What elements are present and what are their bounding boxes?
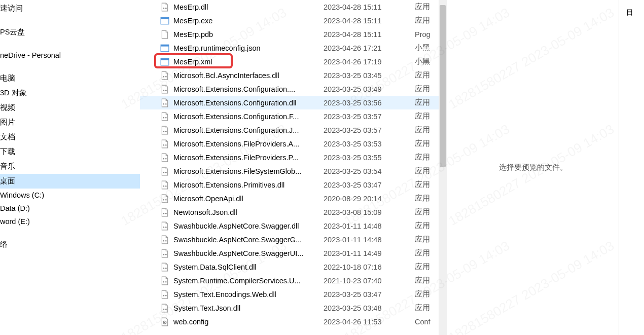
pdb-icon xyxy=(160,30,169,39)
svg-point-39 xyxy=(165,281,167,282)
sidebar-item-label: 3D 对象 xyxy=(0,89,27,97)
scrollbar[interactable] xyxy=(439,0,447,335)
file-date: 2023-04-26 11:53 xyxy=(324,318,415,326)
config-icon xyxy=(160,317,169,326)
file-date: 2023-01-11 14:48 xyxy=(324,236,415,244)
file-date: 2023-03-25 03:48 xyxy=(324,304,415,312)
file-date: 2023-04-28 15:11 xyxy=(324,3,415,11)
svg-rect-7 xyxy=(161,58,169,60)
sidebar-item-label: 电脑 xyxy=(0,74,15,82)
file-row[interactable]: Microsoft.Extensions.Configuration.J...2… xyxy=(140,123,447,137)
file-date: 2023-04-28 15:11 xyxy=(324,17,415,25)
watermark: 18281580227 2023-05-09 14:03 xyxy=(446,121,617,229)
scrollbar-thumb[interactable] xyxy=(440,5,446,167)
sidebar-item[interactable]: 速访问 xyxy=(0,1,140,16)
sidebar-item[interactable]: 视频 xyxy=(0,100,140,115)
file-row[interactable]: MesErp.xml2023-04-26 17:19小黑 xyxy=(140,55,447,68)
sidebar-item[interactable]: 络 xyxy=(0,237,140,252)
file-row[interactable]: Microsoft.OpenApi.dll2020-08-29 20:14应用 xyxy=(140,192,447,205)
dll-icon xyxy=(160,126,169,135)
file-date: 2023-04-26 17:19 xyxy=(324,58,415,66)
svg-point-13 xyxy=(165,103,167,104)
file-row[interactable]: Swashbuckle.AspNetCore.SwaggerUI...2023-… xyxy=(140,246,447,260)
sidebar-item[interactable]: 文档 xyxy=(0,130,140,144)
file-date: 2023-04-28 15:11 xyxy=(324,30,415,39)
sidebar-item[interactable]: word (E:) xyxy=(0,215,140,228)
svg-point-9 xyxy=(165,76,167,77)
file-name: MesErp.pdb xyxy=(173,30,324,39)
dll-icon xyxy=(160,276,169,285)
file-row[interactable]: System.Text.Encodings.Web.dll2023-03-25 … xyxy=(140,287,447,301)
file-list[interactable]: MesErp.dll2023-04-28 15:11应用MesErp.exe20… xyxy=(140,0,447,335)
sidebar-item[interactable]: 下载 xyxy=(0,144,140,159)
sidebar-item[interactable]: neDrive - Personal xyxy=(0,49,140,62)
file-row[interactable]: web.config2023-04-26 11:53Conf xyxy=(140,315,447,328)
dll-icon xyxy=(160,235,169,244)
file-row[interactable]: MesErp.dll2023-04-28 15:11应用 xyxy=(140,0,447,14)
file-row[interactable]: Microsoft.Extensions.Configuration.dll20… xyxy=(140,96,447,109)
svg-point-45 xyxy=(164,322,165,323)
file-date: 2023-03-25 03:47 xyxy=(324,290,415,299)
file-row[interactable]: System.Text.Json.dll2023-03-25 03:48应用 xyxy=(140,301,447,315)
file-date: 2020-08-29 20:14 xyxy=(324,195,415,203)
file-name: Swashbuckle.AspNetCore.SwaggerUI... xyxy=(173,249,324,257)
file-row[interactable]: Microsoft.Extensions.FileProviders.P...2… xyxy=(140,151,447,164)
file-name: Microsoft.Extensions.FileProviders.A... xyxy=(173,140,324,148)
file-row[interactable]: Microsoft.Extensions.Primitives.dll2023-… xyxy=(140,178,447,192)
file-name: Swashbuckle.AspNetCore.Swagger.dll xyxy=(173,222,324,230)
svg-point-27 xyxy=(165,199,167,200)
file-row[interactable]: Microsoft.Extensions.Configuration.F...2… xyxy=(140,109,447,123)
sidebar-item[interactable]: 3D 对象 xyxy=(0,86,140,100)
right-strip-line2: 目 xyxy=(626,8,644,17)
file-name: MesErp.dll xyxy=(173,3,324,11)
svg-point-33 xyxy=(165,240,167,241)
file-row[interactable]: Newtonsoft.Json.dll2023-03-08 15:09应用 xyxy=(140,205,447,219)
right-panel: 目 xyxy=(619,0,644,335)
file-row[interactable]: System.Runtime.CompilerServices.U...2021… xyxy=(140,274,447,287)
sidebar-item[interactable]: PS云盘 xyxy=(0,25,140,40)
sidebar-item-label: Windows (C:) xyxy=(0,191,44,199)
sidebar-item-label: 络 xyxy=(0,240,8,248)
file-name: Microsoft.Extensions.Primitives.dll xyxy=(173,181,324,189)
file-date: 2021-10-23 07:40 xyxy=(324,277,415,285)
dll-icon xyxy=(160,139,169,148)
file-row[interactable]: MesErp.exe2023-04-28 15:11应用 xyxy=(140,14,447,27)
sidebar-item[interactable]: Data (D:) xyxy=(0,202,140,215)
file-name: Microsoft.Extensions.FileProviders.P... xyxy=(173,154,324,162)
file-row[interactable]: Swashbuckle.AspNetCore.Swagger.dll2023-0… xyxy=(140,219,447,233)
file-row[interactable]: Microsoft.Extensions.FileSystemGlob...20… xyxy=(140,164,447,178)
file-row[interactable]: System.Data.SqlClient.dll2022-10-18 07:1… xyxy=(140,260,447,274)
file-row[interactable]: Microsoft.Bcl.AsyncInterfaces.dll2023-03… xyxy=(140,68,447,82)
sidebar-item[interactable]: 图片 xyxy=(0,115,140,130)
sidebar-item-label: PS云盘 xyxy=(0,28,25,36)
svg-point-26 xyxy=(163,199,164,200)
file-name: Microsoft.Bcl.AsyncInterfaces.dll xyxy=(173,71,324,80)
dll-icon xyxy=(160,180,169,190)
svg-point-38 xyxy=(163,281,164,282)
dll-icon xyxy=(160,304,169,313)
file-name: System.Text.Json.dll xyxy=(173,304,324,312)
svg-point-18 xyxy=(163,144,164,145)
file-name: System.Runtime.CompilerServices.U... xyxy=(173,277,324,285)
file-row[interactable]: Microsoft.Extensions.FileProviders.A...2… xyxy=(140,137,447,151)
file-row[interactable]: Microsoft.Extensions.Configuration....20… xyxy=(140,82,447,96)
sidebar-item[interactable]: 音乐 xyxy=(0,159,140,174)
sidebar-item-label: 下载 xyxy=(0,147,15,156)
file-row[interactable]: MesErp.runtimeconfig.json2023-04-26 17:2… xyxy=(140,41,447,55)
file-date: 2023-03-25 03:47 xyxy=(324,181,415,189)
dll-icon xyxy=(160,290,169,299)
sidebar-item[interactable]: 电脑 xyxy=(0,71,140,86)
sidebar-item[interactable]: 桌面 xyxy=(0,174,140,189)
svg-point-40 xyxy=(163,294,164,296)
svg-point-20 xyxy=(163,158,164,159)
file-date: 2023-01-11 14:49 xyxy=(324,249,415,257)
file-date: 2023-03-25 03:45 xyxy=(324,71,415,80)
svg-point-34 xyxy=(163,253,164,255)
file-row[interactable]: Swashbuckle.AspNetCore.SwaggerG...2023-0… xyxy=(140,233,447,246)
sidebar-item[interactable]: Windows (C:) xyxy=(0,189,140,202)
file-row[interactable]: MesErp.pdb2023-04-28 15:11Prog xyxy=(140,27,447,41)
file-date: 2023-03-25 03:57 xyxy=(324,113,415,121)
file-date: 2023-03-25 03:54 xyxy=(324,167,415,175)
dll-icon xyxy=(160,112,169,121)
file-name: Swashbuckle.AspNetCore.SwaggerG... xyxy=(173,236,324,244)
